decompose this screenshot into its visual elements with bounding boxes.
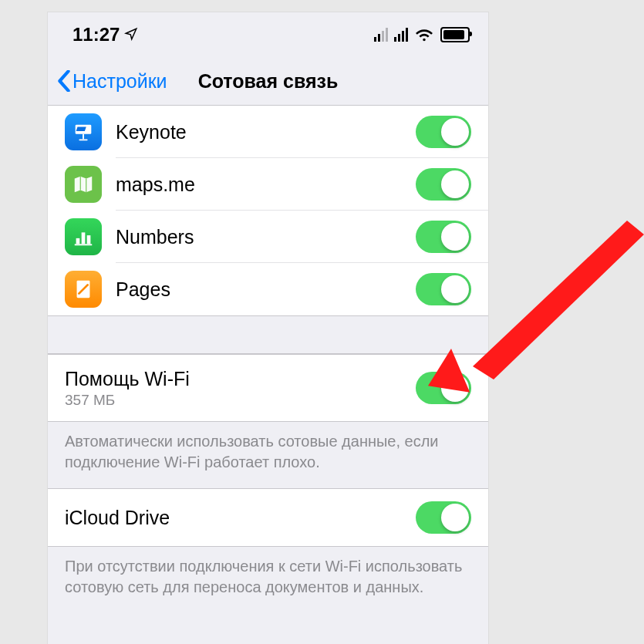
keynote-icon	[65, 113, 102, 150]
app-label: Numbers	[116, 226, 416, 248]
cellular-signal-icon	[374, 28, 408, 42]
back-label: Настройки	[72, 70, 167, 93]
svg-rect-5	[87, 235, 91, 244]
chevron-left-icon	[57, 70, 71, 92]
numbers-icon	[65, 218, 102, 255]
icloud-group: iCloud Drive	[48, 488, 488, 547]
phone-frame: 11:27 Настройки Сотовая связь	[48, 12, 488, 644]
app-row-mapsme[interactable]: maps.me	[48, 158, 488, 211]
nav-header: Настройки Сотовая связь	[48, 57, 488, 106]
back-button[interactable]: Настройки	[57, 70, 167, 93]
status-time: 11:27	[72, 24, 120, 46]
app-row-pages[interactable]: Pages	[48, 263, 488, 315]
toggle-keynote[interactable]	[416, 116, 471, 148]
wifi-icon	[416, 28, 433, 42]
icloud-footer: При отсутствии подключения к сети Wi-Fi …	[48, 547, 488, 613]
wifi-assist-subtitle: 357 МБ	[65, 392, 416, 409]
app-list: Keynote maps.me Numbers Pages	[48, 106, 488, 316]
icloud-drive-row[interactable]: iCloud Drive	[48, 489, 488, 546]
svg-rect-6	[75, 244, 93, 245]
location-icon	[124, 24, 138, 46]
svg-marker-9	[473, 221, 644, 379]
wifi-assist-row[interactable]: Помощь Wi-Fi 357 МБ	[48, 355, 488, 421]
wifi-assist-group: Помощь Wi-Fi 357 МБ	[48, 354, 488, 422]
svg-rect-4	[82, 232, 86, 244]
toggle-wifi-assist[interactable]	[416, 372, 471, 404]
battery-icon	[440, 27, 470, 42]
app-label: Keynote	[116, 121, 416, 143]
app-label: maps.me	[116, 174, 416, 196]
toggle-pages[interactable]	[416, 273, 471, 305]
app-label: Pages	[116, 278, 416, 301]
wifi-assist-footer: Автоматически использовать сотовые данны…	[48, 422, 488, 488]
section-spacer	[48, 316, 488, 354]
app-row-keynote[interactable]: Keynote	[48, 106, 488, 158]
svg-rect-2	[79, 139, 87, 140]
icloud-drive-title: iCloud Drive	[65, 507, 416, 529]
toggle-mapsme[interactable]	[416, 168, 471, 201]
pages-icon	[65, 271, 102, 308]
toggle-icloud-drive[interactable]	[416, 501, 471, 534]
app-row-numbers[interactable]: Numbers	[48, 211, 488, 263]
wifi-assist-title: Помощь Wi-Fi	[65, 368, 190, 389]
mapsme-icon	[65, 166, 102, 203]
toggle-numbers[interactable]	[416, 221, 471, 253]
svg-rect-1	[83, 134, 84, 140]
svg-rect-3	[76, 238, 80, 244]
status-bar: 11:27	[48, 12, 488, 57]
